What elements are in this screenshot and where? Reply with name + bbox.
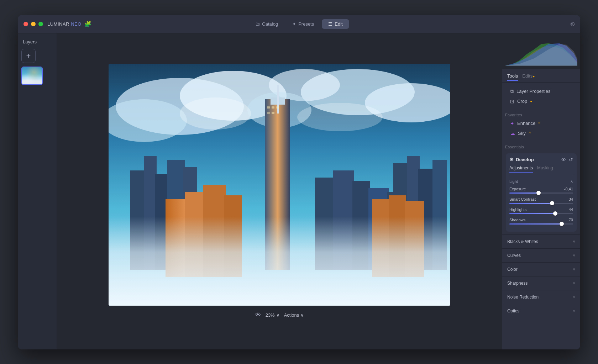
canvas-bottom-bar: 👁 23% ∨ Actions ∨ — [255, 311, 304, 319]
smart-contrast-label: Smart Contrast — [509, 197, 536, 201]
shadows-slider[interactable] — [509, 223, 573, 225]
blacks-whites-header[interactable]: Blacks & Whites ∨ — [507, 238, 575, 246]
exposure-row: Exposure -0,41 — [509, 187, 573, 194]
color-title: Color — [507, 267, 518, 272]
histogram-svg — [505, 36, 577, 66]
exposure-value: -0,41 — [564, 187, 573, 191]
edits-dot: ● — [533, 74, 535, 78]
layers-title: Layers — [21, 39, 53, 44]
layer-thumb-inner — [22, 67, 42, 84]
curves-arrow: ∨ — [573, 253, 575, 257]
close-button[interactable] — [23, 22, 28, 26]
svg-rect-21 — [272, 106, 274, 109]
highlights-row: Highlights 44 — [509, 207, 573, 214]
sky-dot: ᴬᴵ — [529, 131, 531, 135]
shadows-row: Shadows 70 — [509, 218, 573, 225]
enhance-item[interactable]: ✦ Enhance ᴬᴵ — [507, 118, 575, 128]
catalog-button[interactable]: 🗂 Catalog — [249, 19, 284, 29]
noise-reduction-arrow: ∨ — [573, 295, 575, 299]
optics-arrow: ∨ — [573, 309, 575, 313]
light-collapse-icon[interactable]: ∧ — [570, 179, 573, 184]
crop-item[interactable]: ⊡ Crop ● — [507, 96, 575, 106]
svg-rect-19 — [277, 85, 279, 114]
sky-icon: ☁ — [510, 131, 515, 136]
svg-rect-37 — [109, 217, 450, 306]
highlights-slider[interactable] — [509, 213, 573, 214]
develop-title: ☀ Develop — [509, 157, 534, 162]
sky-item[interactable]: ☁ Sky ᴬᴵ — [507, 128, 575, 138]
enhance-dot: ᴬᴵ — [538, 121, 540, 125]
tab-tools[interactable]: Tools — [507, 73, 518, 81]
preview-eye-icon[interactable]: 👁 — [255, 311, 261, 319]
curves-title: Curves — [507, 253, 521, 258]
presets-icon: ✦ — [292, 21, 296, 27]
presets-button[interactable]: ✦ Presets — [286, 19, 320, 29]
color-arrow: ∨ — [573, 267, 575, 271]
shadows-label-row: Shadows 70 — [509, 218, 573, 222]
edit-button[interactable]: ☰ Edit — [322, 19, 349, 29]
smart-contrast-row: Smart Contrast 34 — [509, 197, 573, 204]
highlights-label: Highlights — [509, 207, 526, 212]
smart-contrast-slider[interactable] — [509, 203, 573, 204]
curves-section: Curves ∨ — [502, 248, 580, 262]
smart-contrast-label-row: Smart Contrast 34 — [509, 197, 573, 201]
light-section-title: Light ∧ — [509, 179, 573, 184]
extensions-icon[interactable]: 🧩 — [84, 21, 91, 27]
layer-thumbnail[interactable] — [21, 67, 43, 85]
minimize-button[interactable] — [31, 22, 36, 26]
nav-center: 🗂 Catalog ✦ Presets ☰ Edit — [249, 19, 349, 29]
favorites-section: ✦ Enhance ᴬᴵ ☁ Sky ᴬᴵ — [502, 118, 580, 142]
develop-header: ☀ Develop 👁 ↺ — [509, 157, 573, 163]
color-section: Color ∨ — [502, 262, 580, 276]
app-name: LUMINAR NEO — [47, 21, 82, 27]
zoom-chevron-icon: ∨ — [276, 312, 280, 318]
nav-right: ⎋ — [571, 20, 575, 28]
app-window: LUMINAR NEO 🧩 🗂 Catalog ✦ Presets ☰ Edit… — [18, 15, 580, 349]
enhance-icon: ✦ — [510, 121, 514, 126]
svg-rect-23 — [267, 112, 270, 114]
essentials-label: Essentials — [502, 142, 580, 151]
histogram-area — [502, 33, 580, 69]
zoom-selector[interactable]: 23% ∨ — [266, 312, 280, 318]
layer-properties-icon: ⧉ — [510, 88, 514, 94]
exposure-slider[interactable] — [509, 192, 573, 194]
blacks-whites-arrow: ∨ — [573, 239, 575, 243]
tab-edits[interactable]: Edits● — [522, 73, 535, 81]
highlights-label-row: Highlights 44 — [509, 207, 573, 212]
traffic-lights — [23, 22, 43, 26]
maximize-button[interactable] — [38, 22, 43, 26]
smart-contrast-value: 34 — [569, 197, 573, 201]
city-image — [109, 64, 450, 306]
noise-reduction-header[interactable]: Noise Reduction ∨ — [507, 293, 575, 301]
svg-rect-20 — [267, 106, 270, 109]
blacks-whites-section: Blacks & Whites ∨ — [502, 234, 580, 248]
svg-point-39 — [297, 103, 383, 131]
curves-header[interactable]: Curves ∨ — [507, 252, 575, 259]
crop-icon: ⊡ — [510, 99, 514, 104]
app-logo: LUMINAR NEO 🧩 — [47, 21, 91, 27]
share-icon[interactable]: ⎋ — [571, 20, 575, 27]
color-header[interactable]: Color ∨ — [507, 265, 575, 273]
layer-properties-item[interactable]: ⧉ Layer Properties — [507, 86, 575, 96]
blacks-whites-title: Blacks & Whites — [507, 239, 538, 244]
reset-icon[interactable]: ↺ — [569, 157, 573, 163]
sharpness-header[interactable]: Sharpness ∨ — [507, 279, 575, 287]
exposure-label: Exposure — [509, 187, 526, 191]
optics-header[interactable]: Optics ∨ — [507, 307, 575, 315]
masking-tab[interactable]: Masking — [537, 165, 553, 173]
main-content: Layers + — [18, 33, 580, 349]
visibility-toggle[interactable]: 👁 — [561, 157, 566, 163]
catalog-icon: 🗂 — [255, 21, 260, 27]
add-layer-button[interactable]: + — [21, 49, 36, 63]
sharpness-title: Sharpness — [507, 281, 528, 286]
noise-reduction-section: Noise Reduction ∨ — [502, 290, 580, 304]
panel-tabs: Tools Edits● — [502, 69, 580, 83]
layers-sidebar: Layers + — [18, 33, 57, 349]
actions-button[interactable]: Actions ∨ — [284, 312, 304, 318]
titlebar: LUMINAR NEO 🧩 🗂 Catalog ✦ Presets ☰ Edit… — [18, 15, 580, 33]
image-canvas — [109, 64, 450, 306]
adjustments-tab[interactable]: Adjustments — [509, 165, 533, 173]
svg-point-38 — [180, 97, 251, 130]
canvas-area: 👁 23% ∨ Actions ∨ — [57, 33, 502, 349]
develop-icon: ☀ — [509, 157, 514, 162]
